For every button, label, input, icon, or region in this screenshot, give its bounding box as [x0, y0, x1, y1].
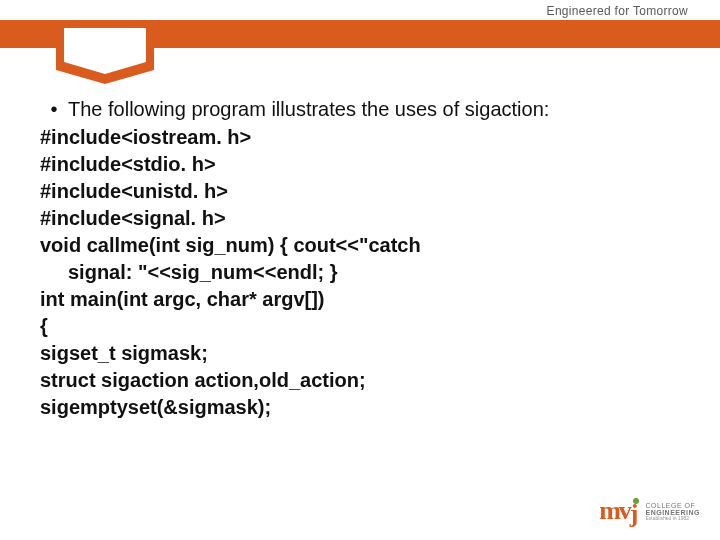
logo-v: v	[619, 496, 630, 525]
logo-text: COLLEGE OF ENGINEERING Established in 19…	[645, 502, 700, 521]
code-line: struct sigaction action,old_action;	[40, 367, 680, 393]
code-line: sigemptyset(&sigmask);	[40, 394, 680, 420]
logo-line3: Established in 1982	[645, 516, 700, 521]
logo-mark: mvj	[599, 496, 639, 526]
code-line: sigset_t sigmask;	[40, 340, 680, 366]
slide-content: • The following program illustrates the …	[40, 96, 680, 420]
notch-inner-point	[64, 62, 146, 74]
logo-m: m	[599, 496, 619, 525]
bullet-dot: •	[40, 96, 68, 122]
code-line: int main(int argc, char* argv[])	[40, 286, 680, 312]
intro-text: The following program illustrates the us…	[68, 96, 680, 122]
code-line: #include<signal. h>	[40, 205, 680, 231]
code-line: #include<iostream. h>	[40, 124, 680, 150]
code-line: #include<unistd. h>	[40, 178, 680, 204]
bullet-intro: • The following program illustrates the …	[40, 96, 680, 122]
logo-line1: COLLEGE OF	[645, 502, 700, 509]
code-line: signal: "<<sig_num<<endl; }	[40, 259, 680, 285]
code-line: #include<stdio. h>	[40, 151, 680, 177]
code-line: {	[40, 313, 680, 339]
college-logo: mvj COLLEGE OF ENGINEERING Established i…	[599, 496, 700, 526]
code-line: void callme(int sig_num) { cout<<"catch	[40, 232, 680, 258]
notch-inner	[64, 28, 146, 62]
logo-dot-icon	[633, 498, 639, 504]
tagline: Engineered for Tomorrow	[547, 4, 688, 18]
